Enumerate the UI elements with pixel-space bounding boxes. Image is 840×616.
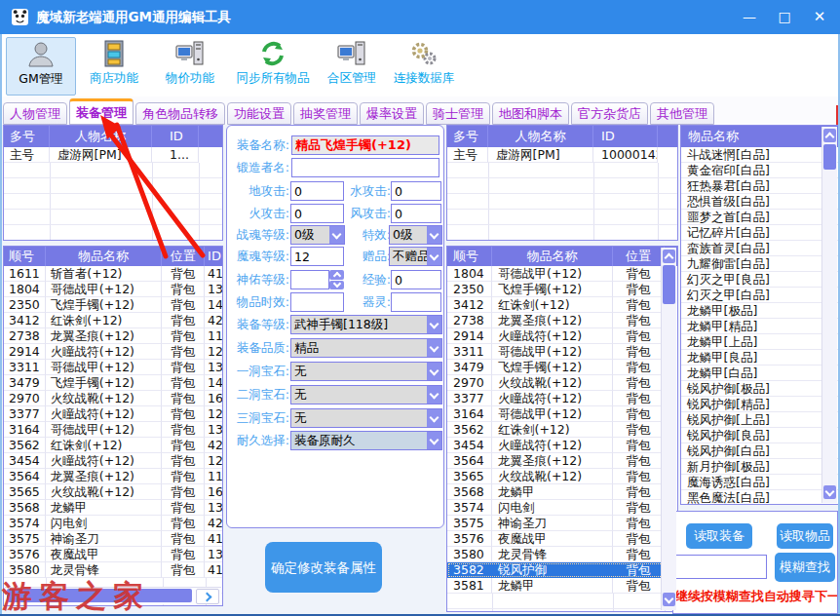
special-effect-dropdown[interactable]: 0级 [389, 225, 442, 245]
table-row[interactable]: 3164哥德战甲(+12)背包 [447, 406, 677, 422]
tab-9[interactable]: 官方杂货店 [571, 102, 648, 125]
scrollbar-thumb[interactable] [663, 265, 675, 304]
table-row[interactable]: 主号虚游网[PM]10000142 [447, 147, 677, 163]
table-row[interactable]: 2738龙翼圣痕(+12)背包 [447, 313, 677, 328]
list-item[interactable]: 九耀御雷[白品] [681, 256, 838, 272]
scroll-up-icon[interactable] [823, 129, 836, 142]
table-row[interactable]: 2914火瞳战符(+12)背包 [447, 328, 677, 344]
table-row[interactable]: 3454火瞳战符(+12)背包 [447, 438, 677, 453]
table-row[interactable]: 2970火纹战靴(+12)背包161 [4, 391, 222, 406]
chevron-down-icon[interactable] [427, 386, 441, 404]
list-item[interactable]: 锐风护御[白品] [681, 443, 838, 459]
table-row[interactable]: 3454火瞳战符(+12)背包121 [4, 453, 222, 469]
toolbar-merge-zone[interactable]: 合区管理 [322, 37, 382, 94]
vertical-scrollbar[interactable] [661, 248, 676, 610]
gift-dropdown[interactable]: 不赠品 [389, 247, 442, 266]
list-item[interactable]: 锐风护御[极品] [681, 381, 838, 397]
gem-slot3-dropdown[interactable]: 无 [290, 408, 442, 428]
tab-8[interactable]: 地图和脚本 [492, 102, 569, 125]
scroll-up-icon[interactable] [663, 250, 675, 263]
table-row[interactable]: 3377火瞳战符(+12)背包121 [4, 406, 222, 422]
chevron-down-icon[interactable] [427, 409, 441, 427]
list-item[interactable]: 记忆碎片[白品] [681, 225, 838, 241]
gem-slot1-dropdown[interactable]: 无 [290, 362, 442, 381]
spinner-down-icon[interactable] [329, 281, 344, 290]
list-item[interactable]: 龙鳞甲[良品] [681, 350, 838, 366]
chevron-down-icon[interactable] [329, 226, 344, 244]
list-item[interactable]: 恐惧首级[白品] [681, 194, 838, 210]
tab-2[interactable]: 装备管理 [69, 98, 134, 125]
list-item[interactable]: 锐风护御[精品] [681, 397, 838, 412]
scrollbar-thumb[interactable] [823, 144, 836, 170]
toolbar-gm-manage[interactable]: GM管理 [6, 37, 76, 96]
table-row[interactable]: 3377火瞳战符(+12)背包 [447, 391, 677, 406]
table-row[interactable]: 2914火瞳战符(+12)背包121 [4, 344, 222, 360]
close-button[interactable]: ✕ [803, 0, 836, 34]
scroll-right-icon[interactable] [196, 589, 219, 604]
list-item[interactable]: 蛮族首灵[白品] [681, 241, 838, 256]
chevron-down-icon[interactable] [427, 339, 441, 357]
table-row[interactable]: 3564龙翼圣痕(+12)背包111 [4, 469, 222, 484]
list-item[interactable]: 龙鳞甲[极品] [681, 303, 838, 319]
toolbar-price[interactable]: 物价功能 [156, 37, 224, 94]
table-row[interactable]: 2350飞煌手镯(+12)背包141 [4, 297, 222, 313]
toolbar-shop[interactable]: 商店功能 [82, 37, 146, 94]
durability-dropdown[interactable]: 装备原耐久 [290, 431, 442, 450]
water-atk-input[interactable] [391, 181, 441, 201]
magic-soul-input[interactable] [290, 247, 344, 266]
list-item[interactable]: 狂热暴君[白品] [681, 178, 838, 194]
bless-level-spinner[interactable] [329, 270, 344, 289]
table-row[interactable]: 3574闪电剑背包 [447, 500, 677, 516]
forger-input[interactable] [291, 158, 439, 177]
table-row[interactable]: 2350飞煌手镯(+12)背包 [447, 282, 677, 297]
table-row[interactable]: 3311哥德战甲(+12)背包131 [4, 360, 222, 375]
table-row[interactable]: 3311哥德战甲(+12)背包 [447, 344, 677, 360]
toolbar-sync-all[interactable]: 同步所有物品 [232, 37, 314, 94]
table-row[interactable]: 3479飞煌手镯(+12)背包 [447, 360, 677, 375]
tab-4[interactable]: 功能设置 [227, 102, 291, 125]
table-row[interactable]: 3568龙鳞甲背包 [447, 484, 677, 500]
table-row[interactable]: 3562红诛剑(+12)背包 [447, 422, 677, 438]
list-item[interactable]: 龙鳞甲[白品] [681, 366, 838, 381]
table-row[interactable]: 3580龙灵骨锋背包 [447, 547, 677, 562]
chevron-down-icon[interactable] [427, 226, 441, 244]
table-row[interactable]: 3562红诛剑(+12)背包420 [4, 438, 222, 453]
table-row[interactable]: 1804哥德战甲(+12)背包 [447, 266, 677, 282]
minimize-button[interactable]: — [733, 0, 766, 34]
experience-input[interactable] [391, 270, 441, 289]
table-row[interactable]: 3564龙翼圣痕(+12)背包 [447, 453, 677, 469]
table-row[interactable]: 3164哥德战甲(+12)背包131 [4, 422, 222, 438]
tab-10[interactable]: 其他管理 [650, 102, 714, 125]
table-row[interactable]: 3576夜魔战甲背包131 [4, 547, 222, 562]
table-row[interactable]: 2970火纹战靴(+12)背包 [447, 375, 677, 391]
table-row[interactable]: 3581龙鳞甲背包 [447, 578, 677, 594]
table-row[interactable]: 1611斩首者(+12)背包410 [4, 266, 222, 282]
table-row[interactable]: 3574闪电剑背包420 [4, 516, 222, 531]
table-row[interactable]: 3565火纹战靴(+12)背包 [447, 469, 677, 484]
chevron-down-icon[interactable] [427, 316, 441, 333]
table-row[interactable]: 3576夜魔战甲背包 [447, 531, 677, 547]
vertical-scrollbar[interactable] [821, 127, 837, 503]
list-item[interactable]: 幻灭之甲[白品] [681, 288, 838, 303]
wind-atk-input[interactable] [391, 204, 441, 223]
list-item[interactable]: 黑色魔法[白品] [681, 490, 838, 505]
tab-7[interactable]: 骑士管理 [426, 102, 490, 125]
list-item[interactable]: 魔海诱惑[白品] [681, 475, 838, 490]
tab-3[interactable]: 角色物品转移 [135, 102, 225, 125]
search-input[interactable] [675, 555, 767, 579]
equip-quality-dropdown[interactable]: 精品 [290, 338, 442, 358]
spinner-up-icon[interactable] [329, 270, 344, 280]
list-item[interactable]: 新月护御[极品] [681, 459, 838, 475]
table-row[interactable]: 3582锐风护御背包 [447, 562, 677, 578]
list-item[interactable]: 锐风护御[良品] [681, 428, 838, 443]
table-row[interactable]: 3412红诛剑(+12)背包 [447, 297, 677, 313]
read-equip-button[interactable]: 读取装备 [686, 523, 752, 549]
list-item[interactable]: 龙鳞甲[上品] [681, 334, 838, 350]
list-item[interactable]: 龙鳞甲[精品] [681, 319, 838, 334]
table-row[interactable]: 主号虚游网[PM]1... [4, 147, 222, 163]
table-row[interactable]: 3565火纹战靴(+12)背包161 [4, 484, 222, 500]
equip-name-input[interactable] [291, 135, 439, 155]
bless-level-input[interactable] [290, 270, 329, 289]
list-item[interactable]: 黄金宿印[白品] [681, 163, 838, 178]
earth-atk-input[interactable] [290, 181, 344, 201]
